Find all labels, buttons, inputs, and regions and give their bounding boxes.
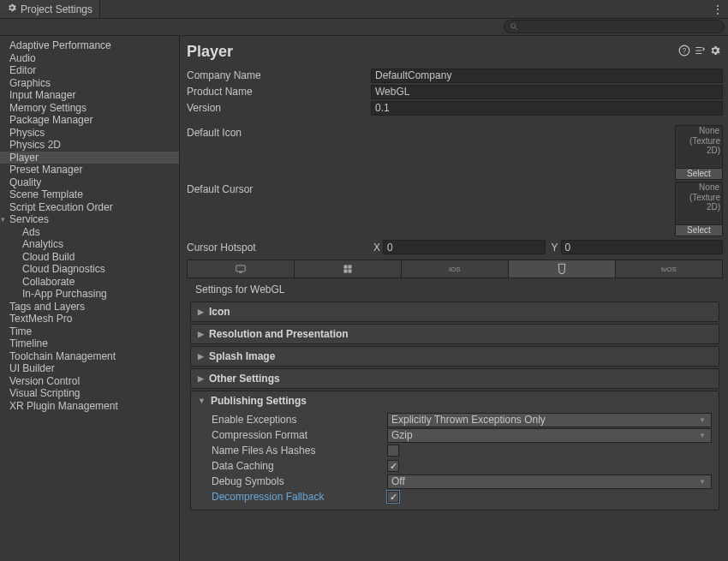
name-files-as-hashes-label: Name Files As Hashes [212,445,387,457]
sidebar-item-time[interactable]: Time [0,325,179,338]
sidebar-item-graphics[interactable]: Graphics [0,77,179,90]
sidebar-item-cloud-build[interactable]: Cloud Build [0,251,179,264]
asset-type-text: (Texture 2D) [676,136,722,156]
sidebar-item-adaptive-performance[interactable]: Adaptive Performance [0,39,179,52]
debug-symbols-dropdown[interactable]: Off [387,474,712,489]
sidebar-item-cloud-diagnostics[interactable]: Cloud Diagnostics [0,263,179,276]
decompression-fallback-label: Decompression Fallback [212,491,387,503]
version-input[interactable] [371,101,723,116]
sidebar-item-tags-and-layers[interactable]: Tags and Layers [0,301,179,313]
group-publishing-header[interactable]: ▼ Publishing Settings [191,391,719,410]
sidebar-item-services[interactable]: Services [0,213,179,226]
sidebar-item-scene-template[interactable]: Scene Template [0,188,179,201]
help-icon[interactable]: ? [677,45,692,59]
search-row [0,19,728,36]
hotspot-x-input[interactable] [383,240,546,254]
sidebar-item-ui-builder[interactable]: UI Builder [0,362,179,375]
company-name-input[interactable] [371,69,723,83]
sidebar-item-collaborate[interactable]: Collaborate [0,276,179,289]
sidebar-item-toolchain-management[interactable]: Toolchain Management [0,350,179,363]
hotspot-y-input[interactable] [561,240,724,254]
default-icon-picker[interactable]: None (Texture 2D) Select [675,125,723,180]
asset-select-button[interactable]: Select [676,224,722,236]
titlebar: Project Settings ⋮ [0,0,728,19]
product-name-input[interactable] [371,85,723,99]
sidebar-item-ads[interactable]: Ads [0,226,179,239]
enable-exceptions-value: Explicitly Thrown Exceptions Only [391,414,546,426]
sidebar-item-player[interactable]: Player [0,152,179,164]
player-settings-panel: Player ? Company Name Product Name [180,36,728,561]
data-caching-label: Data Caching [212,460,387,472]
sidebar-item-physics-2d[interactable]: Physics 2D [0,139,179,152]
presets-icon[interactable] [692,45,707,59]
default-icon-label: Default Icon [187,125,371,139]
svg-rect-9 [349,270,352,273]
webgl-icon [557,263,567,275]
asset-select-button[interactable]: Select [676,168,722,179]
platform-tab-ios[interactable]: iOS [402,260,509,278]
triangle-right-icon: ▶ [198,307,204,316]
decompression-fallback-checkbox[interactable] [387,491,399,503]
sidebar-item-script-execution-order[interactable]: Script Execution Order [0,201,179,214]
sidebar-item-package-manager[interactable]: Package Manager [0,114,179,127]
sidebar-item-analytics[interactable]: Analytics [0,238,179,251]
sidebar-item-editor[interactable]: Editor [0,64,179,77]
sidebar-item-xr-plugin-management[interactable]: XR Plugin Management [0,400,179,413]
compression-format-dropdown[interactable]: Gzip [387,428,712,443]
sidebar-item-timeline[interactable]: Timeline [0,337,179,350]
monitor-icon [235,264,247,274]
platform-tabs: iOS tvOS [187,260,723,278]
ios-label: iOS [449,266,460,273]
sidebar-item-physics[interactable]: Physics [0,127,179,140]
svg-rect-5 [239,272,242,273]
svg-point-0 [511,24,516,28]
group-splash[interactable]: ▶Splash Image [190,346,719,367]
platform-tab-standalone[interactable] [188,260,295,278]
platform-tab-uwp[interactable] [295,260,402,278]
svg-rect-8 [344,270,348,273]
platform-tab-tvos[interactable]: tvOS [616,260,722,278]
triangle-right-icon: ▶ [198,374,204,383]
gear-icon [7,3,17,15]
enable-exceptions-dropdown[interactable]: Explicitly Thrown Exceptions Only [387,413,712,427]
triangle-right-icon: ▶ [198,352,204,361]
group-resolution[interactable]: ▶Resolution and Presentation [190,324,719,344]
name-files-as-hashes-checkbox[interactable] [387,445,399,457]
project-settings-tab[interactable]: Project Settings [0,0,100,18]
group-other[interactable]: ▶Other Settings [190,368,719,389]
group-icon[interactable]: ▶Icon [190,301,719,322]
settings-category-list: Adaptive Performance Audio Editor Graphi… [0,36,180,561]
window-menu-icon[interactable]: ⋮ [707,0,728,18]
sidebar-item-version-control[interactable]: Version Control [0,375,179,388]
enable-exceptions-label: Enable Exceptions [212,414,387,426]
windows-icon [343,264,353,274]
sidebar-item-in-app-purchasing[interactable]: In-App Purchasing [0,288,179,301]
sidebar-item-preset-manager[interactable]: Preset Manager [0,164,179,176]
svg-rect-7 [349,266,352,269]
svg-rect-4 [236,266,246,272]
data-caching-checkbox[interactable] [387,460,399,472]
group-icon-title: Icon [209,306,230,318]
sidebar-item-visual-scripting[interactable]: Visual Scripting [0,387,179,400]
settings-gear-icon[interactable] [707,45,723,59]
sidebar-item-input-manager[interactable]: Input Manager [0,89,179,102]
sidebar-item-audio[interactable]: Audio [0,52,179,65]
company-name-label: Company Name [187,69,371,81]
group-splash-title: Splash Image [209,350,275,362]
product-name-label: Product Name [187,86,371,98]
search-input[interactable] [504,20,725,33]
debug-symbols-value: Off [391,475,405,487]
asset-none-text: None [676,126,722,136]
version-label: Version [187,102,371,114]
sidebar-item-textmesh-pro[interactable]: TextMesh Pro [0,313,179,325]
default-cursor-label: Default Cursor [187,182,371,195]
svg-line-1 [515,27,517,30]
cursor-hotspot-label: Cursor Hotspot [187,242,371,254]
default-cursor-picker[interactable]: None (Texture 2D) Select [675,182,723,236]
debug-symbols-label: Debug Symbols [212,475,387,487]
platform-tab-webgl[interactable] [509,260,616,278]
sidebar-item-quality[interactable]: Quality [0,176,179,189]
asset-type-text: (Texture 2D) [676,193,722,212]
sidebar-item-memory-settings[interactable]: Memory Settings [0,102,179,115]
compression-format-label: Compression Format [212,429,387,441]
